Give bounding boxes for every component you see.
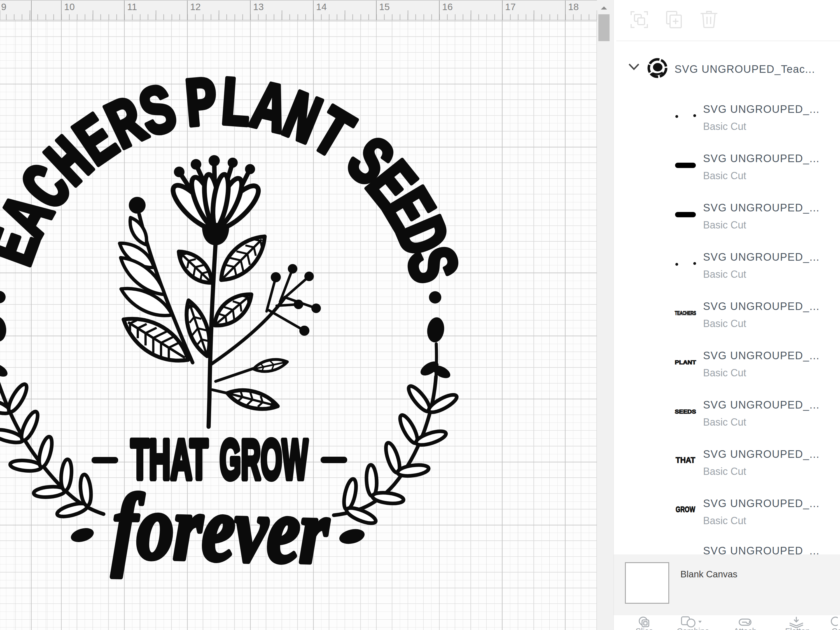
- svg-text:SEEDS: SEEDS: [675, 408, 696, 415]
- svg-text:GROW: GROW: [676, 505, 695, 514]
- svg-text:TEACHERS: TEACHERS: [675, 309, 696, 316]
- svg-text:THAT: THAT: [676, 455, 695, 464]
- svg-text:P: P: [182, 66, 221, 147]
- svg-text:forever: forever: [111, 475, 331, 583]
- svg-text:PLANT: PLANT: [675, 359, 696, 365]
